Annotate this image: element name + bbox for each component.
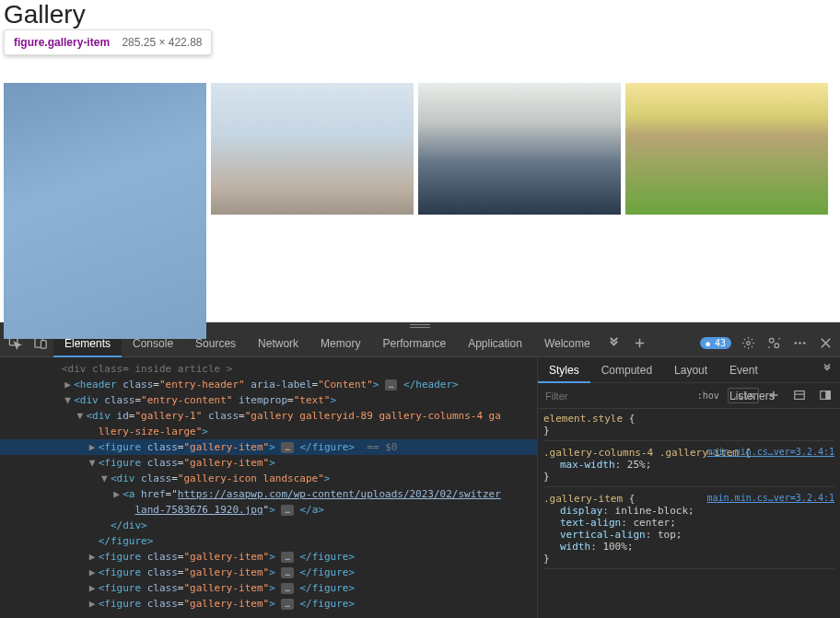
styles-tab-styles[interactable]: Styles [538,357,590,383]
tree-node[interactable]: ▶<a href="https://asapwp.com/wp-content/… [0,486,537,502]
tree-node[interactable]: ▼<div class="entry-content" itemprop="te… [0,392,537,408]
tree-node[interactable]: land-7583676 1920.jpg"> … </a> [0,502,537,518]
styles-tabbar: Styles Computed Layout Event Listeners [538,357,840,383]
rule-source-link[interactable]: main.min.cs…ver=3.2.4:1 [707,447,834,457]
svg-point-8 [802,342,805,344]
page-title: Gallery [0,0,840,29]
tree-node[interactable]: ▶<figure class="gallery-item"> … </figur… [0,549,537,565]
gallery-item[interactable] [418,83,621,339]
computed-sidebar-icon[interactable] [788,386,811,406]
elements-tree[interactable]: <div class= inside article > ▶<header cl… [0,357,538,618]
tree-node[interactable]: ▼<figure class="gallery-item"> [0,455,537,471]
styles-filter-bar: :hov .cls [538,383,840,409]
tree-node[interactable]: llery-size-large"> [0,424,537,439]
gallery [0,83,840,339]
gallery-thumb[interactable] [4,83,206,339]
tooltip-class: .gallery-item [44,36,110,49]
tooltip-tag: figure [14,36,44,49]
tree-node[interactable]: </figure> [0,533,537,549]
gallery-item[interactable] [625,83,828,339]
tooltip-dims: 285.25 × 422.88 [122,36,202,49]
dock-side-icon[interactable] [814,386,836,406]
tree-node[interactable]: </div> [0,518,537,533]
tree-node[interactable]: ▼<div class="gallery-icon landscape"> [0,471,537,486]
devtools: Elements Console Sources Network Memory … [0,330,840,618]
inspector-tooltip: figure.gallery-item 285.25 × 422.88 [4,29,212,55]
css-rule[interactable]: element.style {} [543,413,834,441]
page-canvas: Gallery figure.gallery-item 285.25 × 422… [0,0,840,322]
tree-node[interactable]: <div class= inside article > [0,361,537,377]
css-rule[interactable]: main.min.cs…ver=3.2.4:1.gallery-columns-… [543,447,834,487]
styles-tab-event-listeners[interactable]: Event Listeners [718,357,815,383]
svg-rect-11 [826,391,830,399]
hov-toggle[interactable]: :hov [693,388,724,403]
tree-node[interactable]: ▼<div id="gallery-1" class="gallery gall… [0,408,537,424]
styles-panel: Styles Computed Layout Event Listeners :… [538,357,840,618]
gallery-item[interactable] [211,83,414,339]
styles-rules[interactable]: element.style {}main.min.cs…ver=3.2.4:1.… [538,409,840,618]
rule-source-link[interactable]: main.min.cs…ver=3.2.4:1 [707,493,834,503]
tree-node[interactable]: ▶<header class="entry-header" aria-label… [0,377,537,392]
gallery-thumb[interactable] [211,83,414,215]
gallery-thumb[interactable] [625,83,828,215]
tree-node[interactable]: ▶<figure class="gallery-item"> … </figur… [0,439,537,455]
cls-toggle[interactable]: .cls [728,388,759,403]
gallery-item[interactable] [4,83,206,339]
devtools-body: <div class= inside article > ▶<header cl… [0,357,840,618]
new-rule-icon[interactable] [763,386,785,406]
svg-point-4 [769,338,774,343]
svg-point-6 [794,342,797,344]
svg-rect-9 [795,391,805,399]
tree-node[interactable]: ▶<figure class="gallery-item"> … </figur… [0,565,537,580]
svg-point-7 [799,342,801,344]
styles-more-icon[interactable] [815,363,840,377]
css-rule[interactable]: main.min.cs…ver=3.2.4:1.gallery-item {di… [543,493,834,569]
tree-node[interactable]: ▶<figure class="gallery-item"> … </figur… [0,580,537,596]
svg-point-3 [746,342,750,345]
styles-filter-input[interactable] [542,389,689,403]
svg-point-5 [774,344,778,348]
styles-tab-layout[interactable]: Layout [663,357,718,383]
styles-tab-computed[interactable]: Computed [590,357,663,383]
svg-rect-2 [41,341,46,348]
tree-node[interactable]: ▶<figure class="gallery-item"> … </figur… [0,596,537,612]
gallery-thumb[interactable] [418,83,621,215]
